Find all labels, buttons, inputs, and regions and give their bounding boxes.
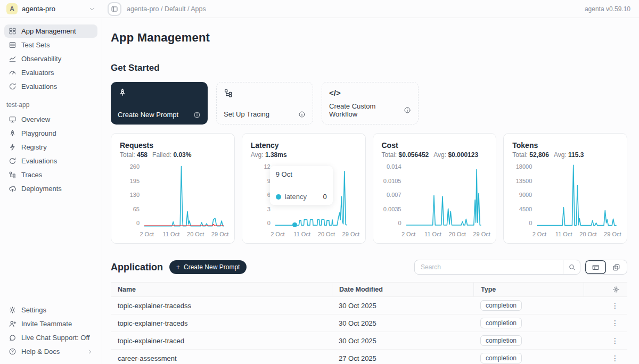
column-type[interactable]: Type (473, 283, 584, 296)
sidebar-item-label: Evaluations (21, 82, 57, 90)
workspace-selector[interactable]: A agenta-pro (0, 3, 102, 14)
x-tick: 29 Oct (604, 231, 621, 237)
x-tick: 20 Oct (449, 231, 466, 237)
table-row[interactable]: career-assessment27 Oct 2025completion⋮ (111, 350, 627, 364)
y-axis-labels: 1800013500900045000 (512, 164, 537, 227)
type-badge: completion (480, 300, 522, 311)
cell-name: topic-explainer-traceds (111, 319, 332, 327)
view-toggle (585, 260, 627, 275)
set-up-tracing-card[interactable]: Set Up Tracing (216, 82, 313, 125)
chart-title: Tokens (512, 141, 618, 150)
table-header: Name Date Modified Type (111, 282, 627, 297)
card-label: Create New Prompt (118, 111, 178, 119)
chart-title: Cost (382, 141, 488, 150)
cell-type: completion (473, 335, 584, 346)
sidebar-item-invite-teammate[interactable]: Invite Teammate (4, 317, 97, 330)
row-menu-button[interactable]: ⋮ (584, 301, 627, 310)
grid-icon (9, 27, 17, 35)
y-tick: 65 (133, 206, 140, 212)
stat-value: 115.3 (568, 151, 584, 159)
cell-name: topic-explainer-traced (111, 337, 332, 345)
x-axis-labels: 2 Oct11 Oct20 Oct29 Oct (406, 227, 488, 238)
row-menu-button[interactable]: ⋮ (584, 336, 627, 345)
table-view-button[interactable] (585, 260, 606, 274)
sidebar-item-traces[interactable]: Traces (4, 168, 97, 181)
tooltip-date: 9 Oct (276, 170, 327, 178)
x-axis-labels: 2 Oct11 Oct20 Oct29 Oct (537, 227, 618, 238)
search-icon[interactable] (563, 260, 580, 274)
sidebar-item-help-docs[interactable]: Help & Docs (4, 345, 97, 358)
type-badge: completion (480, 335, 522, 346)
sidebar-item-registry[interactable]: Registry (4, 140, 97, 154)
main-content: App Management Get Started Create New Pr… (102, 18, 639, 364)
y-tick: 9000 (519, 192, 532, 198)
series-cost (406, 170, 481, 225)
search-input[interactable] (415, 263, 563, 271)
row-menu-button[interactable]: ⋮ (584, 354, 627, 362)
tree-icon (224, 88, 306, 98)
x-tick: 20 Oct (579, 231, 596, 237)
info-icon[interactable] (193, 111, 201, 119)
sidebar-item-test-sets[interactable]: Test Sets (4, 38, 97, 52)
y-tick: 13500 (516, 178, 532, 184)
cell-name: career-assessment (111, 354, 332, 362)
create-new-prompt-button[interactable]: + Create New Prompt (169, 260, 247, 274)
column-name[interactable]: Name (111, 283, 332, 296)
plus-icon: + (176, 263, 180, 271)
sidebar-item-deployments[interactable]: Deployments (4, 182, 97, 195)
x-tick: 20 Oct (187, 231, 204, 237)
card-view-button[interactable] (606, 260, 627, 274)
table-icon (9, 41, 17, 49)
series-tokens (537, 165, 617, 225)
table-row[interactable]: topic-explainer-traceds30 Oct 2025comple… (111, 315, 627, 332)
lightning-icon (9, 143, 17, 151)
sidebar-item-settings[interactable]: Settings (4, 303, 97, 317)
sidebar-item-live-chat-support[interactable]: Live Chat Support: Off (4, 331, 97, 344)
gear-icon (9, 306, 17, 314)
sidebar-item-label: Playground (21, 129, 56, 137)
metric-card-requests: RequestsTotal: 458Failed: 0.03%260195130… (111, 133, 235, 244)
create-new-prompt-card[interactable]: Create New Prompt (111, 82, 208, 125)
tooltip-series-name: latency (285, 193, 307, 201)
column-date-modified[interactable]: Date Modified (332, 283, 473, 296)
y-tick: 130 (130, 192, 140, 198)
sidebar-item-app-evaluations[interactable]: Evaluations (4, 154, 97, 168)
metric-card-cost: CostTotal: $0.056452Avg: $0.0001230.0140… (373, 133, 497, 244)
sidebar-item-evaluators[interactable]: Evaluators (4, 66, 97, 79)
series-dot (276, 194, 281, 200)
metric-card-latency: LatencyAvg: 1.38ms1296309 Octlatency02 O… (242, 133, 366, 244)
cell-date-modified: 27 Oct 2025 (332, 354, 473, 362)
sidebar-item-app-management[interactable]: App Management (4, 24, 97, 38)
sidebar-item-evaluations[interactable]: Evaluations (4, 80, 97, 93)
sidebar-item-label: Deployments (21, 185, 62, 193)
table-row[interactable]: topic-explainer-traced30 Oct 2025complet… (111, 332, 627, 350)
x-tick: 20 Oct (318, 231, 335, 237)
x-tick: 11 Oct (424, 231, 441, 237)
sidebar-toggle-button[interactable] (108, 2, 121, 16)
table-row[interactable]: topic-explainer-tracedss30 Oct 2025compl… (111, 297, 627, 315)
chart-canvas (406, 164, 488, 227)
stat-value: 458 (137, 151, 148, 159)
sidebar-item-playground[interactable]: Playground (4, 127, 97, 140)
stat-label: Total: (382, 151, 399, 159)
sidebar-group-label: test-app (4, 94, 97, 113)
stat-label: Failed: (152, 151, 173, 159)
sidebar-item-label: Help & Docs (21, 348, 60, 355)
top-bar: A agenta-pro agenta-pro / Default / Apps… (0, 0, 639, 18)
cell-date-modified: 30 Oct 2025 (332, 302, 473, 310)
metric-card-tokens: TokensTotal: 52,806Avg: 115.318000135009… (503, 133, 627, 244)
row-menu-button[interactable]: ⋮ (584, 319, 627, 327)
column-settings-icon[interactable] (584, 283, 627, 296)
chart-canvas (537, 164, 618, 227)
info-icon[interactable] (298, 111, 306, 118)
breadcrumb[interactable]: agenta-pro / Default / Apps (127, 5, 206, 13)
y-tick: 18000 (516, 164, 532, 170)
chart-plot: 1296309 Octlatency02 Oct11 Oct20 Oct29 O… (251, 164, 357, 238)
sidebar-item-label: Traces (21, 171, 42, 179)
line-chart-icon (9, 55, 17, 63)
stat-label: Total: (512, 151, 529, 159)
sidebar-item-observability[interactable]: Observability (4, 52, 97, 65)
sidebar-item-overview[interactable]: Overview (4, 113, 97, 126)
create-custom-workflow-card[interactable]: </> Create Custom Workflow (322, 82, 419, 125)
info-icon[interactable] (404, 106, 411, 114)
